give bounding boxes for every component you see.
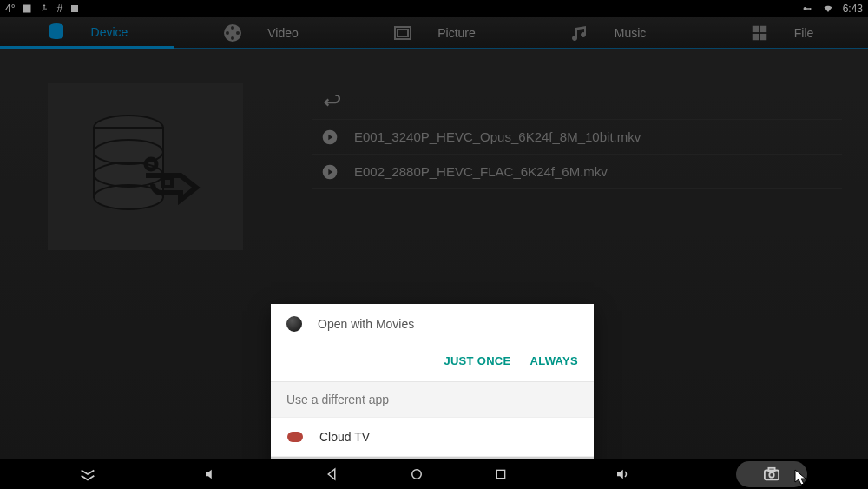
dialog-actions: JUST ONCE ALWAYS bbox=[271, 344, 594, 381]
mouse-cursor bbox=[794, 469, 808, 486]
nav-recents-icon[interactable] bbox=[494, 467, 508, 481]
system-nav-bar bbox=[0, 459, 868, 489]
volume-down-icon[interactable] bbox=[202, 466, 220, 482]
always-button[interactable]: ALWAYS bbox=[529, 354, 578, 367]
dialog-header: Open with Movies bbox=[271, 304, 594, 344]
collapse-icon[interactable] bbox=[78, 466, 97, 482]
nav-back-icon[interactable] bbox=[324, 466, 339, 482]
svg-point-28 bbox=[769, 472, 773, 477]
app-row-cloudtv[interactable]: Cloud TV bbox=[271, 417, 594, 456]
app-label: Cloud TV bbox=[319, 430, 370, 444]
cloudtv-icon bbox=[286, 428, 304, 446]
movies-icon bbox=[286, 316, 302, 332]
dialog-title: Open with Movies bbox=[318, 317, 414, 331]
open-with-dialog-overlay[interactable]: Open with Movies JUST ONCE ALWAYS Use a … bbox=[0, 0, 868, 489]
svg-rect-29 bbox=[768, 468, 774, 472]
different-app-header: Use a different app bbox=[271, 381, 594, 417]
svg-rect-26 bbox=[496, 470, 504, 478]
nav-home-icon[interactable] bbox=[409, 466, 424, 482]
volume-up-icon[interactable] bbox=[613, 466, 632, 482]
svg-point-25 bbox=[412, 470, 422, 479]
just-once-button[interactable]: JUST ONCE bbox=[444, 354, 510, 367]
